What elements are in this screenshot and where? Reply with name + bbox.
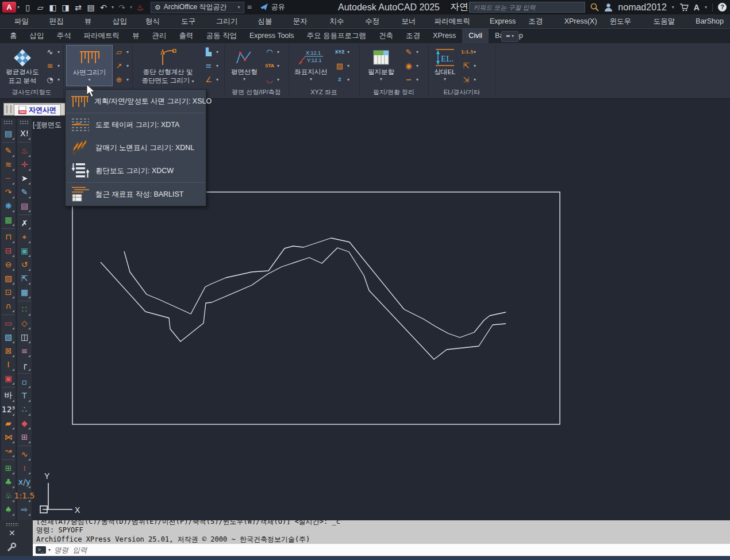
command-history[interactable]: [전체(A)/중심(C)/동적(D)/범위(E)/이전(P)/축척(S)/윈도우… — [33, 520, 730, 544]
menu-item-xdnl[interactable]: 갈매기 노면표시 그리기: XDNL — [66, 136, 206, 159]
left-toolbar-2: X! ♨ ✛ ➤ ✎ ▤ ✗ ⌖ ▣ ↺ ⇱ ▦ — [17, 118, 32, 532]
toolbar-icon[interactable]: ≡ — [18, 344, 31, 358]
toolbar-icon[interactable]: ⊠ — [2, 344, 15, 358]
toolbar-icon[interactable]: ⌖ — [18, 230, 31, 244]
toolbar-icon[interactable]: ⊞ — [18, 430, 31, 444]
toolbar-icon[interactable]: ▭ — [2, 314, 15, 330]
close-icon[interactable]: ✕ — [9, 528, 16, 538]
toolbar-icon[interactable]: ⇱ — [18, 271, 31, 285]
wrench-icon[interactable] — [6, 542, 17, 553]
toolbar-icon[interactable]: ▫ — [18, 373, 31, 389]
file-tab-bar: DWG 자연사면 — [3, 103, 66, 116]
chevron-down-icon[interactable]: ▾ — [48, 547, 51, 553]
toolbar-icon[interactable]: ♣ — [2, 475, 15, 489]
svg-text:DWG: DWG — [20, 110, 26, 114]
toolbar-icon[interactable]: 바 — [2, 387, 15, 402]
status-strip — [0, 556, 730, 560]
toolbar-icon[interactable]: ∿ — [18, 446, 31, 461]
toolbar-icon[interactable]: ⊖ — [2, 258, 15, 271]
toolbar-icon[interactable]: ➤ — [18, 171, 31, 185]
toolbar-icon[interactable]: ≋ — [2, 158, 15, 171]
road-taper-icon — [70, 117, 91, 132]
drag-grip[interactable] — [6, 105, 11, 113]
toolbar-icon[interactable]: ↷ — [2, 185, 15, 199]
command-input-row: >_ ▾ — [33, 544, 730, 556]
drag-grip[interactable] — [6, 523, 18, 526]
command-prompt-icon[interactable]: >_ — [36, 546, 46, 554]
toolbar-icon[interactable]: ✗ — [18, 214, 31, 230]
toolbar-icon[interactable]: ▰ — [2, 416, 15, 430]
command-history-line: 명령: SPYOFF — [36, 526, 730, 535]
toolbar-icon[interactable]: ▦ — [18, 285, 31, 299]
toolbar-icon[interactable]: ✛ — [18, 158, 31, 171]
toolbar-icon[interactable]: 1:1.5 — [18, 489, 31, 503]
toolbar-icon[interactable]: ┄ — [2, 171, 15, 185]
drawing-border-rect — [72, 192, 560, 424]
toolbar-icon[interactable]: ∩ — [2, 299, 15, 313]
toolbar-icon[interactable]: ⊡ — [2, 285, 15, 299]
toolbar-icon[interactable]: ⊟ — [2, 244, 15, 258]
toolbar-icon[interactable]: ↺ — [18, 258, 31, 271]
toolbar-icon[interactable]: x/y — [18, 475, 31, 489]
toolbar-icon[interactable]: ⋈ — [2, 430, 15, 444]
drawing-canvas[interactable]: YX — [0, 0, 730, 560]
toolbar-icon[interactable]: 12³ — [2, 402, 15, 416]
command-window-side: ✕ — [0, 520, 33, 560]
toolbar-icon[interactable]: ♠ — [2, 503, 15, 516]
toolbar-icon[interactable]: X! — [18, 126, 31, 140]
toolbar-icon[interactable]: ▣ — [18, 244, 31, 258]
file-tab[interactable]: DWG 자연사면 — [14, 104, 61, 116]
drag-grip[interactable] — [20, 120, 29, 125]
viewport-control-label[interactable]: [-][평면도 — [33, 120, 62, 130]
toolbar-icon[interactable]: ❋ — [2, 199, 15, 213]
toolbar-icon[interactable]: ✎ — [2, 142, 15, 158]
toolbar-icon[interactable]: ⇨ — [18, 503, 31, 516]
lower-terrain-line[interactable] — [101, 248, 506, 359]
mouse-cursor — [86, 84, 97, 99]
toolbar-icon[interactable]: ≀ — [18, 461, 31, 475]
toolbar-icon[interactable]: ◫ — [18, 330, 31, 344]
toolbar-icon[interactable]: ▨ — [2, 271, 15, 285]
toolbar-icon[interactable]: ▦ — [2, 213, 15, 227]
toolbar-icon[interactable]: ⊓ — [2, 228, 15, 244]
command-history-line: [전체(A)/중심(C)/동적(D)/범위(E)/이전(P)/축척(S)/윈도우… — [36, 520, 730, 526]
toolbar-icon[interactable]: ◆ — [18, 416, 31, 430]
slope-draw-dropdown-menu: 계획/자연/앞성토 사면 그리기: XSLO 도로 테이퍼 그리기: XDTA — [65, 89, 206, 206]
toolbar-icon[interactable]: ∴ — [18, 402, 31, 416]
ucs-x-label: X — [75, 505, 80, 515]
toolbar-icon[interactable]: ┌ — [18, 358, 31, 371]
command-window: ✕ [전체(A)/중심(C)/동적(D)/범위(E)/이전(P)/축척(S)/윈… — [0, 520, 730, 560]
toolbar-icon[interactable]: ↝ — [2, 444, 15, 458]
toolbar-icon[interactable]: T — [18, 389, 31, 402]
rebar-table-icon — [70, 186, 91, 203]
menu-item-xdta[interactable]: 도로 테이퍼 그리기: XDTA — [66, 113, 206, 136]
dwg-file-icon: DWG — [18, 106, 26, 114]
chevron-marking-icon — [70, 139, 91, 156]
toolbar-icon[interactable]: ▣ — [2, 371, 15, 385]
command-history-line: ArchiOffice XPress Version 25.01, 저작권 © … — [36, 535, 730, 544]
file-tab-label: 자연사면 — [29, 105, 56, 115]
command-input[interactable] — [53, 545, 730, 555]
toolbar-icon[interactable]: ♧ — [2, 489, 15, 503]
crosswalk-icon — [70, 162, 91, 179]
toolbar-icon[interactable]: Ⅰ — [2, 358, 15, 371]
menu-item-xdcw[interactable]: 횡단보도 그리기: XDCW — [66, 159, 206, 182]
toolbar-icon[interactable]: ⊞ — [2, 459, 15, 475]
toolbar-icon[interactable]: ✎ — [18, 185, 31, 199]
menu-item-barlist[interactable]: 철근 재료표 작성: BARLIST — [66, 183, 206, 206]
toolbar-icon[interactable]: ▤ — [18, 199, 31, 213]
toolbar-icon[interactable]: ∷ — [18, 301, 31, 316]
toolbar-icon[interactable]: ▤ — [2, 126, 15, 140]
toolbar-icon[interactable]: ♨ — [18, 142, 31, 158]
toolbar-icon[interactable]: ◇ — [18, 316, 31, 330]
toolbar-icon[interactable]: ▧ — [2, 330, 15, 344]
ucs-y-label: Y — [44, 471, 50, 481]
upper-terrain-line[interactable] — [124, 238, 506, 337]
autocad-window: YX A ▾ ▯ ▱ ◧ ◨ ⇄ ▤ ↶ ▾ ↷ — [0, 0, 730, 560]
drag-grip[interactable] — [3, 120, 13, 125]
left-toolbar-1: ▤ ✎ ≋ ┄ ↷ ❋ ▦ ⊓ ⊟ ⊖ ▨ ⊡ — [1, 118, 16, 532]
